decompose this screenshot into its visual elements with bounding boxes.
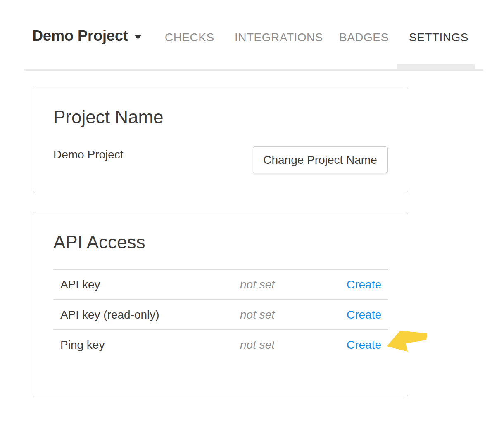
table-row-api-key-readonly: API key (read-only) not set Create <box>53 299 388 329</box>
current-project-name: Demo Project <box>53 147 124 162</box>
tab-integrations[interactable]: INTEGRATIONS <box>235 31 323 45</box>
create-api-key-link[interactable]: Create <box>347 278 381 291</box>
table-row-api-key: API key not set Create <box>53 269 388 299</box>
nav-divider <box>24 69 483 71</box>
project-name-card-title: Project Name <box>53 107 164 128</box>
table-row-ping-key: Ping key not set Create <box>53 329 388 359</box>
chevron-down-icon <box>134 35 142 39</box>
create-ping-key-link[interactable]: Create <box>347 338 381 351</box>
api-key-value: not set <box>240 278 309 291</box>
settings-page: Demo Project CHECKS INTEGRATIONS BADGES … <box>0 0 504 437</box>
tab-settings[interactable]: SETTINGS <box>409 31 468 45</box>
api-key-label: API key <box>53 278 240 291</box>
api-access-card: API Access API key not set Create API ke… <box>33 212 408 397</box>
api-keys-table: API key not set Create API key (read-onl… <box>53 269 388 359</box>
ping-key-value: not set <box>240 338 309 352</box>
project-name-card: Project Name Demo Project Change Project… <box>33 87 408 193</box>
project-selector-label: Demo Project <box>32 27 128 44</box>
change-project-name-button[interactable]: Change Project Name <box>253 146 388 173</box>
api-access-card-title: API Access <box>53 232 145 253</box>
api-key-readonly-label: API key (read-only) <box>53 308 240 321</box>
project-selector-dropdown[interactable]: Demo Project <box>32 27 142 45</box>
tab-checks[interactable]: CHECKS <box>165 31 214 45</box>
create-api-key-readonly-link[interactable]: Create <box>347 308 381 321</box>
ping-key-label: Ping key <box>53 338 240 352</box>
api-key-readonly-value: not set <box>240 308 309 321</box>
tab-badges[interactable]: BADGES <box>339 31 389 45</box>
